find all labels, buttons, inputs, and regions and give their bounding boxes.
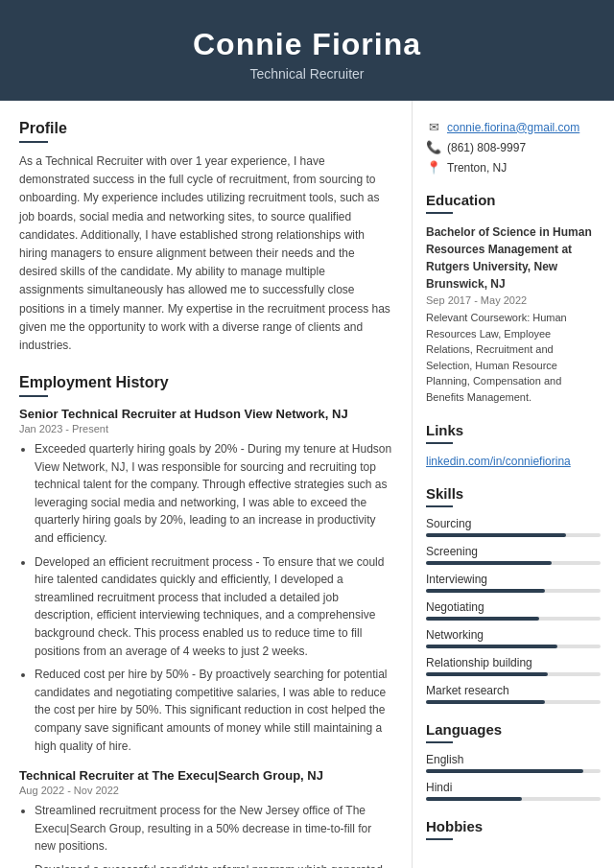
job-1-dates: Jan 2023 - Present bbox=[19, 423, 392, 434]
job-2-dates: Aug 2022 - Nov 2022 bbox=[19, 785, 392, 796]
skill-item-5: Relationship building bbox=[426, 656, 601, 676]
profile-title: Profile bbox=[19, 120, 392, 137]
lang-item-1: Hindi bbox=[426, 781, 601, 801]
job-1-bullet-2: Developed an efficient recruitment proce… bbox=[35, 553, 392, 661]
edu-degree: Bachelor of Science in Human Resources M… bbox=[426, 223, 601, 293]
skill-bar-bg-0 bbox=[426, 533, 601, 537]
email-icon: ✉ bbox=[426, 120, 441, 134]
edu-coursework: Relevant Coursework: Human Resources Law… bbox=[426, 310, 601, 405]
candidate-title: Technical Recruiter bbox=[19, 66, 595, 82]
job-2-bullet-2: Developed a successful candidate referra… bbox=[35, 861, 392, 868]
hobbies-title: Hobbies bbox=[426, 818, 601, 834]
skill-bar-fill-1 bbox=[426, 561, 552, 565]
skill-bar-fill-3 bbox=[426, 617, 539, 621]
contact-section: ✉ connie.fiorina@gmail.com 📞 (861) 808-9… bbox=[426, 120, 601, 175]
employment-title: Employment History bbox=[19, 374, 392, 391]
skills-list: Sourcing Screening Interviewing Negotiat… bbox=[426, 517, 601, 704]
lang-item-0: English bbox=[426, 753, 601, 773]
languages-list: English Hindi bbox=[426, 753, 601, 801]
lang-bar-fill-1 bbox=[426, 797, 522, 801]
skills-title: Skills bbox=[426, 485, 601, 502]
hobbies-divider bbox=[426, 838, 453, 840]
lang-bar-bg-0 bbox=[426, 769, 601, 773]
skill-bar-fill-2 bbox=[426, 589, 545, 593]
skill-item-6: Market research bbox=[426, 684, 601, 704]
languages-section: Languages English Hindi bbox=[426, 721, 601, 801]
links-divider bbox=[426, 442, 453, 444]
skill-bar-fill-6 bbox=[426, 700, 545, 704]
skill-bar-fill-5 bbox=[426, 672, 548, 676]
lang-bar-fill-0 bbox=[426, 769, 583, 773]
job-1-bullet-3: Reduced cost per hire by 50% - By proact… bbox=[35, 666, 392, 755]
edu-dates: Sep 2017 - May 2022 bbox=[426, 294, 601, 306]
profile-divider bbox=[19, 141, 48, 143]
right-column: ✉ connie.fiorina@gmail.com 📞 (861) 808-9… bbox=[413, 101, 614, 868]
languages-divider bbox=[426, 741, 453, 743]
location-text: Trenton, NJ bbox=[447, 161, 507, 175]
job-1-title: Senior Technical Recruiter at Hudson Vie… bbox=[19, 407, 392, 421]
job-2-title: Technical Recruiter at The Execu|Search … bbox=[19, 768, 392, 783]
edu-coursework-text: Human Resources Law, Employee Relations,… bbox=[426, 312, 567, 403]
linkedin-link[interactable]: linkedin.com/in/conniefiorina bbox=[426, 455, 571, 468]
skill-bar-fill-4 bbox=[426, 645, 557, 648]
education-divider bbox=[426, 212, 453, 214]
header: Connie Fiorina Technical Recruiter bbox=[0, 0, 614, 101]
skill-bar-bg-4 bbox=[426, 645, 601, 648]
employment-section: Employment History Senior Technical Recr… bbox=[19, 374, 392, 868]
skills-section: Skills Sourcing Screening Interviewing N… bbox=[426, 485, 601, 704]
contact-phone: 📞 (861) 808-9997 bbox=[426, 140, 601, 154]
skill-item-0: Sourcing bbox=[426, 517, 601, 537]
hobbies-section: Hobbies bbox=[426, 818, 601, 840]
lang-label-0: English bbox=[426, 753, 601, 766]
job-1-bullets: Exceeded quarterly hiring goals by 20% -… bbox=[19, 440, 392, 755]
links-section: Links linkedin.com/in/conniefiorina bbox=[426, 422, 601, 468]
skill-bar-bg-6 bbox=[426, 700, 601, 704]
skill-bar-bg-2 bbox=[426, 589, 601, 593]
education-title: Education bbox=[426, 192, 601, 208]
education-section: Education Bachelor of Science in Human R… bbox=[426, 192, 601, 405]
skill-label-1: Screening bbox=[426, 545, 601, 558]
edu-coursework-label: Relevant Coursework: bbox=[426, 312, 530, 323]
job-2-bullets: Streamlined recruitment process for the … bbox=[19, 802, 392, 868]
job-2-bullet-1: Streamlined recruitment process for the … bbox=[35, 802, 392, 856]
skill-bar-bg-1 bbox=[426, 561, 601, 565]
employment-divider bbox=[19, 395, 48, 397]
skills-divider bbox=[426, 505, 453, 507]
contact-location: 📍 Trenton, NJ bbox=[426, 160, 601, 175]
skill-label-2: Interviewing bbox=[426, 573, 601, 586]
skill-item-2: Interviewing bbox=[426, 573, 601, 593]
skill-label-3: Negotiating bbox=[426, 600, 601, 614]
email-link[interactable]: connie.fiorina@gmail.com bbox=[447, 121, 579, 134]
phone-number: (861) 808-9997 bbox=[447, 141, 526, 154]
skill-bar-fill-0 bbox=[426, 533, 566, 537]
profile-section: Profile As a Technical Recruiter with ov… bbox=[19, 120, 392, 355]
job-1-bullet-1: Exceeded quarterly hiring goals by 20% -… bbox=[35, 440, 392, 548]
contact-email[interactable]: ✉ connie.fiorina@gmail.com bbox=[426, 120, 601, 134]
lang-bar-bg-1 bbox=[426, 797, 601, 801]
main-layout: Profile As a Technical Recruiter with ov… bbox=[0, 101, 614, 868]
location-icon: 📍 bbox=[426, 160, 441, 175]
links-title: Links bbox=[426, 422, 601, 438]
skill-label-4: Networking bbox=[426, 628, 601, 642]
skill-label-5: Relationship building bbox=[426, 656, 601, 669]
skill-item-3: Negotiating bbox=[426, 600, 601, 621]
skill-label-0: Sourcing bbox=[426, 517, 601, 530]
skill-bar-bg-5 bbox=[426, 672, 601, 676]
lang-label-1: Hindi bbox=[426, 781, 601, 794]
skill-bar-bg-3 bbox=[426, 617, 601, 621]
phone-icon: 📞 bbox=[426, 140, 441, 154]
skill-item-1: Screening bbox=[426, 545, 601, 565]
job-1: Senior Technical Recruiter at Hudson Vie… bbox=[19, 407, 392, 755]
languages-title: Languages bbox=[426, 721, 601, 738]
left-column: Profile As a Technical Recruiter with ov… bbox=[0, 101, 413, 868]
skill-label-6: Market research bbox=[426, 684, 601, 697]
candidate-name: Connie Fiorina bbox=[19, 27, 595, 62]
job-2: Technical Recruiter at The Execu|Search … bbox=[19, 768, 392, 868]
skill-item-4: Networking bbox=[426, 628, 601, 648]
profile-text: As a Technical Recruiter with over 1 yea… bbox=[19, 152, 392, 355]
